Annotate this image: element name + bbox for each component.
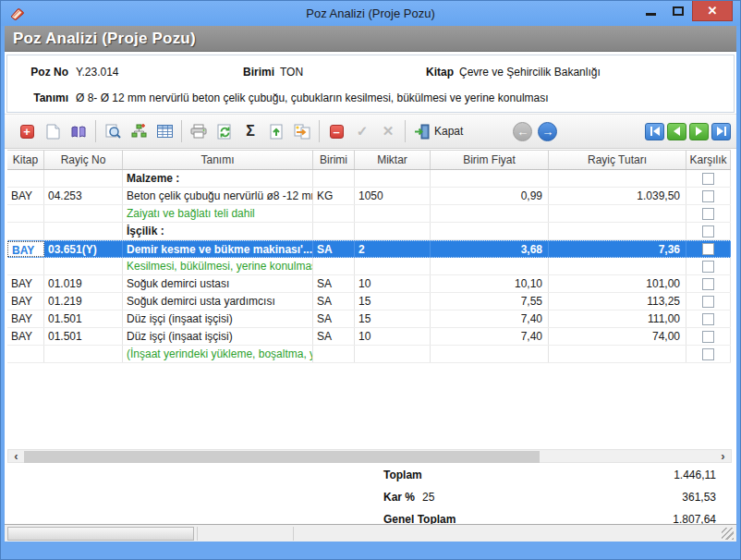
karsilik-checkbox[interactable] [702, 348, 714, 360]
new-document-button[interactable] [40, 118, 66, 144]
book-button[interactable] [66, 118, 91, 144]
cell-tutari[interactable]: 101,00 [549, 275, 686, 292]
hierarchy-button[interactable] [126, 118, 152, 144]
table-row[interactable]: BAY04.253Beton çelik çubuğu nervürlü ø8 … [7, 188, 731, 205]
cell-tanimi[interactable]: Soğuk demirci usta yardımcısı [123, 293, 313, 310]
karsilik-checkbox[interactable] [702, 243, 714, 255]
cell-kitap[interactable] [7, 346, 44, 362]
table-row[interactable]: (İnşaat yerindeki yükleme, boşaltma, y..… [7, 346, 731, 363]
cell-kitap[interactable]: BAY [7, 328, 44, 345]
search-button[interactable] [100, 118, 126, 144]
cell-miktar[interactable] [355, 346, 431, 362]
cell-rayic[interactable]: 01.219 [44, 293, 123, 310]
cell-fiyat[interactable] [431, 258, 549, 274]
cell-miktar[interactable]: 15 [355, 293, 431, 310]
cell-tanimi[interactable]: Demir kesme ve bükme makinası'... [123, 241, 313, 257]
column-header-3[interactable]: Tanımı [123, 151, 313, 169]
column-header-8[interactable]: Karşılık [686, 151, 731, 169]
nav-last-button[interactable] [711, 123, 731, 140]
cell-tanimi[interactable]: İşçilik : [123, 223, 313, 239]
cell-tutari[interactable] [549, 170, 686, 187]
karsilik-checkbox[interactable] [702, 331, 714, 343]
cell-rayic[interactable] [44, 170, 123, 187]
cell-tutari[interactable]: 74,00 [549, 328, 686, 345]
cell-tutari[interactable]: 111,00 [549, 310, 686, 327]
cell-tanimi[interactable]: Malzeme : [123, 170, 313, 187]
column-header-2[interactable]: Rayiç No [44, 151, 123, 169]
cell-rayic[interactable] [44, 223, 123, 239]
nav-prev-button[interactable] [667, 123, 686, 140]
cell-miktar[interactable]: 10 [355, 275, 431, 292]
cell-fiyat[interactable]: 3,68 [431, 241, 549, 257]
forward-button[interactable]: → [538, 122, 557, 141]
cell-miktar[interactable]: 10 [355, 328, 431, 345]
cell-birimi[interactable] [313, 205, 355, 222]
refresh-button[interactable] [212, 118, 237, 144]
cell-rayic[interactable]: 01.501 [44, 310, 123, 327]
cell-birimi[interactable]: SA [313, 293, 355, 310]
cell-tutari[interactable] [549, 205, 686, 222]
column-header-4[interactable]: Birimi [313, 151, 355, 169]
cell-fiyat[interactable]: 7,55 [431, 293, 549, 310]
karsilik-checkbox[interactable] [702, 296, 714, 308]
scrollbar-thumb[interactable] [24, 451, 540, 463]
cell-tanimi[interactable]: Beton çelik çubuğu nervürlü ø8 -12 mm...… [123, 188, 313, 204]
karsilik-checkbox[interactable] [702, 313, 714, 325]
cancel-button[interactable]: ✕ [375, 118, 401, 144]
cell-kitap[interactable]: BAY [7, 275, 44, 292]
cell-rayic[interactable]: 01.019 [44, 275, 123, 292]
cell-fiyat[interactable]: 0,99 [431, 188, 549, 204]
cell-kitap[interactable]: BAY [7, 293, 44, 310]
cell-miktar[interactable] [355, 170, 431, 187]
cell-tanimi[interactable]: Soğuk demirci ustası [123, 275, 313, 292]
cell-fiyat[interactable] [431, 346, 549, 362]
cell-birimi[interactable]: SA [313, 241, 355, 257]
cell-kitap[interactable] [7, 223, 44, 239]
cell-rayic[interactable]: 01.501 [44, 328, 123, 345]
cell-birimi[interactable] [313, 258, 355, 274]
cell-birimi[interactable]: SA [313, 310, 355, 327]
scroll-right-arrow[interactable]: › [716, 450, 730, 462]
cell-birimi[interactable]: SA [313, 328, 355, 345]
karsilik-checkbox[interactable] [702, 225, 714, 237]
cell-miktar[interactable]: 15 [355, 310, 431, 327]
cell-tutari[interactable] [549, 223, 686, 239]
table-row[interactable]: Kesilmesi, bükülmesi, yerine konulması [7, 258, 731, 275]
cell-miktar[interactable]: 1050 [355, 188, 431, 204]
back-button[interactable]: ← [513, 122, 532, 141]
cell-rayic[interactable]: 04.253 [44, 188, 123, 204]
maximize-button[interactable] [664, 1, 692, 21]
minimize-button[interactable] [637, 1, 664, 21]
resize-grip[interactable] [722, 528, 734, 540]
karsilik-checkbox[interactable] [702, 173, 714, 185]
cell-tanimi[interactable]: Zaiyatı ve bağlatı teli dahil [123, 205, 313, 222]
cell-fiyat[interactable] [431, 205, 549, 222]
add-button[interactable]: + [14, 118, 40, 144]
table-row[interactable]: BAY01.501Düz işçi (inşaat işçisi)SA107,4… [7, 328, 731, 346]
karsilik-checkbox[interactable] [702, 208, 714, 220]
table-row[interactable]: BAY01.019Soğuk demirci ustasıSA1010,1010… [7, 275, 731, 293]
cell-tanimi[interactable]: Düz işçi (inşaat işçisi) [123, 310, 313, 327]
cell-birimi[interactable]: KG [313, 188, 355, 204]
kar-percent-value[interactable]: 25 [422, 486, 434, 508]
grid-button[interactable] [152, 118, 177, 144]
column-header-5[interactable]: Miktar [355, 151, 431, 169]
cell-birimi[interactable] [313, 223, 355, 239]
export-button[interactable] [263, 118, 289, 144]
cell-fiyat[interactable]: 7,40 [431, 328, 549, 345]
cell-miktar[interactable] [355, 258, 431, 274]
cell-rayic[interactable] [44, 346, 123, 362]
table-row-selected[interactable]: BAY03.651(Y)Demir kesme ve bükme makinas… [7, 240, 731, 258]
table-row[interactable]: Zaiyatı ve bağlatı teli dahil [7, 205, 731, 223]
cell-tanimi[interactable]: Düz işçi (inşaat işçisi) [123, 328, 313, 345]
transfer-button[interactable] [289, 118, 315, 144]
table-row[interactable]: İşçilik : [7, 223, 731, 240]
karsilik-checkbox[interactable] [702, 190, 714, 202]
cell-tanimi[interactable]: (İnşaat yerindeki yükleme, boşaltma, y..… [123, 346, 313, 362]
cell-tanimi[interactable]: Kesilmesi, bükülmesi, yerine konulması [123, 258, 313, 274]
cell-miktar[interactable] [355, 205, 431, 222]
remove-button[interactable]: – [323, 118, 349, 144]
cell-birimi[interactable] [313, 346, 355, 362]
sum-button[interactable]: Σ [237, 118, 263, 144]
column-header-6[interactable]: Birim Fiyat [431, 151, 549, 169]
